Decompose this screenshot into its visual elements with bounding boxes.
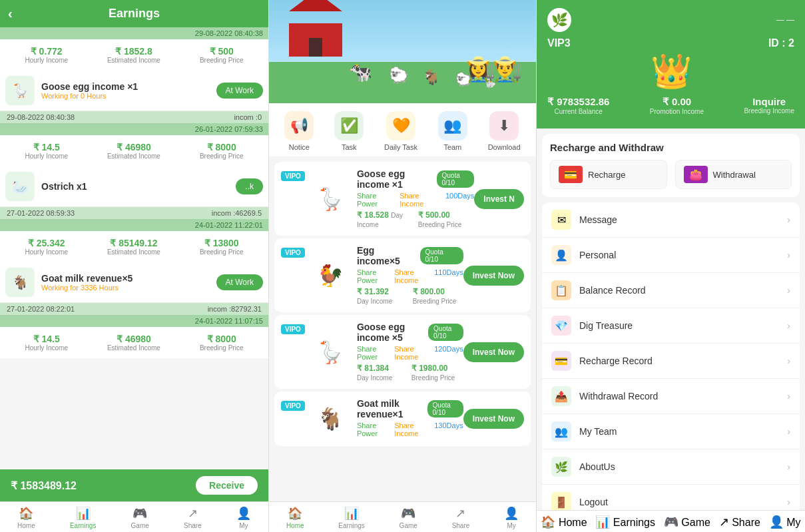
at-work-btn-3[interactable]: At Work <box>216 274 263 290</box>
menu-balance-record[interactable]: 📋 Balance Record › <box>542 273 800 308</box>
at-work-btn-1[interactable]: At Work <box>216 83 263 99</box>
nav-notice[interactable]: 📢 Notice <box>284 111 314 151</box>
barn-body <box>289 23 342 57</box>
invest-btn-4[interactable]: Invest Now <box>463 409 524 429</box>
stat-breeding-2: ₹ 8000 Breeding Price <box>200 142 244 160</box>
nav-game-p2[interactable]: 🎮 Game <box>400 506 417 529</box>
nav-share-p1[interactable]: ↗ Share <box>184 506 202 529</box>
invest-btn-3[interactable]: Invest Now <box>463 342 524 362</box>
nav-share-p3[interactable]: ↗ Share <box>719 515 760 529</box>
panel-my: 🌿 — — VIP3 ID : 2 👑 ₹ 9783532.86 Current… <box>537 0 805 532</box>
nav-my-p2[interactable]: 👤 My <box>504 506 519 529</box>
menu-recharge-record[interactable]: 💳 Recharge Record › <box>542 344 800 379</box>
menu-dig-treasure[interactable]: 💎 Dig Treasure › <box>542 308 800 344</box>
withdrawal-button[interactable]: 👛 Withdrawal <box>675 160 792 189</box>
earnings-stats-1: ₹ 0.772 Hourly Income ₹ 1852.8 Estimated… <box>0 39 268 71</box>
my-icon-p3: 👤 <box>769 515 784 529</box>
nav-home-p1[interactable]: 🏠 Home <box>17 506 35 529</box>
my-team-icon: 👥 <box>551 421 571 441</box>
product-img-3: 🪿 <box>310 332 350 372</box>
nav-home-p2[interactable]: 🏠 Home <box>286 506 304 529</box>
nav-game-p1[interactable]: 🎮 Game <box>131 506 149 529</box>
date-bar-1: 29-08-2022 08:40:38 <box>0 27 268 39</box>
id-label: ID : 2 <box>768 37 794 49</box>
stat-hourly-2: ₹ 14.5 Hourly Income <box>25 142 67 160</box>
stat-breeding-4: ₹ 8000 Breeding Price <box>200 334 244 352</box>
menu-about-us[interactable]: 🌿 AboutUs › <box>542 449 800 485</box>
total-balance: ₹ 1583489.12 <box>11 479 77 492</box>
share-icon-p1: ↗ <box>188 506 198 521</box>
stat-hourly-1: ₹ 0.772 Hourly Income <box>25 46 67 64</box>
game-icon-p2: 🎮 <box>401 506 415 521</box>
stat-breeding-3: ₹ 13800 Breeding Price <box>200 238 244 256</box>
home-icon-p3: 🏠 <box>541 515 555 529</box>
nav-team[interactable]: 👥 Team <box>438 111 467 151</box>
animal-sheep1: 🐑 <box>389 66 409 85</box>
home-icon-p1: 🏠 <box>19 506 33 521</box>
earning-item-2: 🦢 Ostrich x1 ..k <box>0 166 268 207</box>
date-bar-4: 24-01-2022 11:07:15 <box>0 315 268 327</box>
farm-banner: 🐄 🐑 🐐 🐑 🐇 👩‍🌾 👨‍🌾 <box>269 0 536 103</box>
panel-earnings: ‹ Earnings 29-08-2022 08:40:38 ₹ 0.772 H… <box>0 0 268 532</box>
at-work-btn-2[interactable]: ..k <box>236 178 263 194</box>
products-list[interactable]: VIPO 🪿 Goose egg income ×1 Quota 0/10 Sh… <box>269 156 536 501</box>
product-img-2: 🐓 <box>310 256 350 296</box>
receive-button[interactable]: Receive <box>196 476 258 495</box>
menu-withdrawal-record[interactable]: 📤 Withdrawal Record › <box>542 379 800 414</box>
earnings-icon-p2: 📊 <box>344 506 359 521</box>
nav-earnings-p2[interactable]: 📊 Earnings <box>338 506 364 529</box>
notice-icon: 📢 <box>284 111 314 140</box>
earnings-stats-3: ₹ 25.342 Hourly Income ₹ 85149.12 Estima… <box>0 231 268 262</box>
earnings-icon-p1: 📊 <box>76 506 91 521</box>
nav-share-p2[interactable]: ↗ Share <box>452 506 470 529</box>
nav-earnings-p1[interactable]: 📊 Earnings <box>70 506 96 529</box>
vip-label: VIP3 <box>547 37 571 49</box>
animal-cow: 🐄 <box>349 61 372 83</box>
task-icon: ✅ <box>334 111 364 140</box>
date-bar-2: 26-01-2022 07:59:33 <box>0 123 268 135</box>
invest-btn-1[interactable]: Invest N <box>474 189 524 209</box>
menu-message[interactable]: ✉ Message › <box>542 202 800 238</box>
withdrawal-wallet-icon: 👛 <box>684 166 708 183</box>
arrow-withdrawal: › <box>787 391 790 401</box>
product-info-3: Goose egg income ×5 Quota 0/10 Share Pow… <box>357 322 463 382</box>
withdrawal-record-icon: 📤 <box>551 386 571 406</box>
nav-my-p3[interactable]: 👤 My <box>769 515 801 529</box>
balance-record-icon: 📋 <box>551 280 571 300</box>
nav-daily-task[interactable]: 🧡 Daily Task <box>384 111 417 151</box>
earnings-scroll[interactable]: 29-08-2022 08:40:38 ₹ 0.772 Hourly Incom… <box>0 27 268 469</box>
back-arrow-icon[interactable]: ‹ <box>8 6 13 21</box>
nav-download[interactable]: ⬇ Download <box>488 111 521 151</box>
goat-icon: 🐐 <box>5 268 35 297</box>
daily-task-icon: 🧡 <box>386 111 415 140</box>
goose-icon-1: 🪿 <box>5 76 35 105</box>
recharge-button[interactable]: 💳 Recharge <box>550 160 667 189</box>
nav-task[interactable]: ✅ Task <box>334 111 364 151</box>
nav-my-p1[interactable]: 👤 My <box>236 506 251 529</box>
menu-list: ✉ Message › 👤 Personal › 📋 Balance Recor… <box>542 202 800 510</box>
panel1-bottom-nav: 🏠 Home 📊 Earnings 🎮 Game ↗ Share 👤 My <box>0 501 268 532</box>
incom-bar-1: 29-08-2022 08:40:38 incom :0 <box>0 111 268 123</box>
incom-bar-2: 27-01-2022 08:59:33 incom :46269.5 <box>0 207 268 219</box>
nav-game-p3[interactable]: 🎮 Game <box>664 515 710 529</box>
menu-logout[interactable]: 🚪 Logout › <box>542 485 800 510</box>
earning-item-3: 🐐 Goat milk revenue×5 Working for 3336 H… <box>0 262 268 303</box>
incom-bar-3: 27-01-2022 08:22:01 incom :82792.31 <box>0 303 268 315</box>
my-icon-p2: 👤 <box>504 506 519 521</box>
product-card-3: VIPO 🪿 Goose egg income ×5 Quota 0/10 Sh… <box>274 315 531 389</box>
arrow-dig: › <box>787 320 790 331</box>
arrow-recharge: › <box>787 356 790 366</box>
dig-treasure-icon: 💎 <box>551 316 571 336</box>
stat-estimated-2: ₹ 46980 Estimated Income <box>107 142 160 160</box>
earnings-title: Earnings <box>109 7 160 21</box>
nav-earnings-p3[interactable]: 📊 Earnings <box>595 515 655 529</box>
earning-info-1: Goose egg income ×1 Working for 0 Hours <box>41 81 216 100</box>
vip-row: VIP3 ID : 2 <box>547 37 794 49</box>
invest-btn-2[interactable]: Invest Now <box>463 266 524 286</box>
nav-home-p3[interactable]: 🏠 Home <box>541 515 587 529</box>
menu-personal[interactable]: 👤 Personal › <box>542 238 800 273</box>
menu-my-team[interactable]: 👥 My Team › <box>542 414 800 449</box>
stat-estimated-4: ₹ 46980 Estimated Income <box>107 334 160 352</box>
current-balance: ₹ 9783532.86 Current Balance <box>547 96 609 115</box>
breeding-income: Inquire Breeding Income <box>744 96 794 115</box>
